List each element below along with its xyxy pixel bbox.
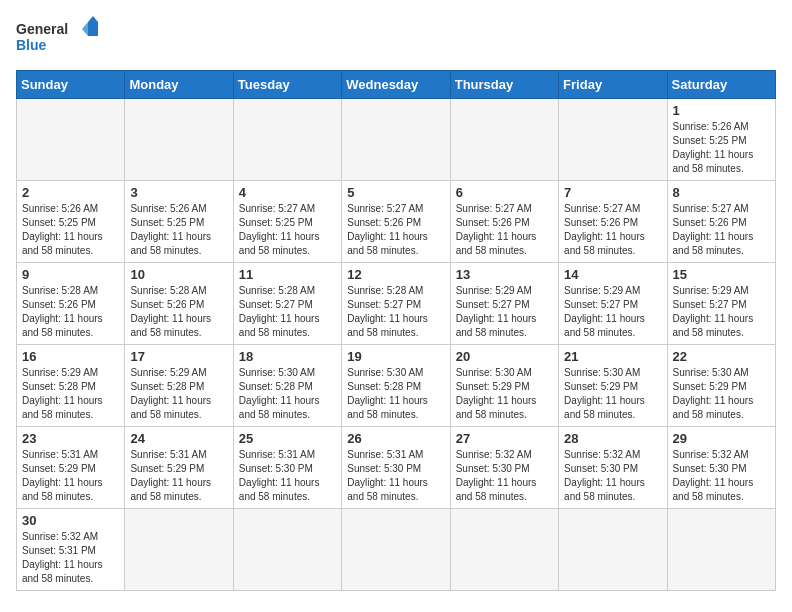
day-cell-2: 2Sunrise: 5:26 AM Sunset: 5:25 PM Daylig… <box>17 181 125 263</box>
day-number: 12 <box>347 267 444 282</box>
day-cell-26: 26Sunrise: 5:31 AM Sunset: 5:30 PM Dayli… <box>342 427 450 509</box>
day-number: 3 <box>130 185 227 200</box>
day-info: Sunrise: 5:30 AM Sunset: 5:29 PM Dayligh… <box>456 366 553 422</box>
svg-marker-4 <box>82 22 88 36</box>
day-cell-23: 23Sunrise: 5:31 AM Sunset: 5:29 PM Dayli… <box>17 427 125 509</box>
empty-cell <box>559 99 667 181</box>
day-number: 18 <box>239 349 336 364</box>
day-cell-1: 1Sunrise: 5:26 AM Sunset: 5:25 PM Daylig… <box>667 99 775 181</box>
day-info: Sunrise: 5:26 AM Sunset: 5:25 PM Dayligh… <box>673 120 770 176</box>
day-cell-29: 29Sunrise: 5:32 AM Sunset: 5:30 PM Dayli… <box>667 427 775 509</box>
empty-cell <box>450 509 558 591</box>
day-info: Sunrise: 5:32 AM Sunset: 5:30 PM Dayligh… <box>673 448 770 504</box>
day-cell-4: 4Sunrise: 5:27 AM Sunset: 5:25 PM Daylig… <box>233 181 341 263</box>
weekday-header-tuesday: Tuesday <box>233 71 341 99</box>
day-info: Sunrise: 5:28 AM Sunset: 5:26 PM Dayligh… <box>22 284 119 340</box>
logo: General Blue <box>16 16 106 60</box>
empty-cell <box>233 99 341 181</box>
day-number: 14 <box>564 267 661 282</box>
calendar-row-4: 23Sunrise: 5:31 AM Sunset: 5:29 PM Dayli… <box>17 427 776 509</box>
empty-cell <box>342 99 450 181</box>
day-number: 21 <box>564 349 661 364</box>
day-number: 29 <box>673 431 770 446</box>
day-number: 11 <box>239 267 336 282</box>
day-number: 8 <box>673 185 770 200</box>
weekday-header-wednesday: Wednesday <box>342 71 450 99</box>
day-info: Sunrise: 5:27 AM Sunset: 5:26 PM Dayligh… <box>456 202 553 258</box>
svg-text:Blue: Blue <box>16 37 47 53</box>
day-info: Sunrise: 5:31 AM Sunset: 5:30 PM Dayligh… <box>347 448 444 504</box>
day-cell-15: 15Sunrise: 5:29 AM Sunset: 5:27 PM Dayli… <box>667 263 775 345</box>
day-info: Sunrise: 5:29 AM Sunset: 5:28 PM Dayligh… <box>130 366 227 422</box>
calendar-row-0: 1Sunrise: 5:26 AM Sunset: 5:25 PM Daylig… <box>17 99 776 181</box>
day-cell-10: 10Sunrise: 5:28 AM Sunset: 5:26 PM Dayli… <box>125 263 233 345</box>
day-number: 5 <box>347 185 444 200</box>
day-number: 7 <box>564 185 661 200</box>
day-cell-18: 18Sunrise: 5:30 AM Sunset: 5:28 PM Dayli… <box>233 345 341 427</box>
day-number: 13 <box>456 267 553 282</box>
day-info: Sunrise: 5:29 AM Sunset: 5:27 PM Dayligh… <box>673 284 770 340</box>
day-info: Sunrise: 5:29 AM Sunset: 5:28 PM Dayligh… <box>22 366 119 422</box>
day-info: Sunrise: 5:27 AM Sunset: 5:26 PM Dayligh… <box>673 202 770 258</box>
day-cell-17: 17Sunrise: 5:29 AM Sunset: 5:28 PM Dayli… <box>125 345 233 427</box>
weekday-header-sunday: Sunday <box>17 71 125 99</box>
day-cell-24: 24Sunrise: 5:31 AM Sunset: 5:29 PM Dayli… <box>125 427 233 509</box>
day-info: Sunrise: 5:30 AM Sunset: 5:29 PM Dayligh… <box>673 366 770 422</box>
day-info: Sunrise: 5:28 AM Sunset: 5:27 PM Dayligh… <box>347 284 444 340</box>
day-info: Sunrise: 5:31 AM Sunset: 5:30 PM Dayligh… <box>239 448 336 504</box>
day-cell-11: 11Sunrise: 5:28 AM Sunset: 5:27 PM Dayli… <box>233 263 341 345</box>
calendar-row-3: 16Sunrise: 5:29 AM Sunset: 5:28 PM Dayli… <box>17 345 776 427</box>
weekday-header-row: SundayMondayTuesdayWednesdayThursdayFrid… <box>17 71 776 99</box>
day-info: Sunrise: 5:27 AM Sunset: 5:25 PM Dayligh… <box>239 202 336 258</box>
calendar-table: SundayMondayTuesdayWednesdayThursdayFrid… <box>16 70 776 591</box>
day-number: 2 <box>22 185 119 200</box>
day-number: 23 <box>22 431 119 446</box>
calendar-row-2: 9Sunrise: 5:28 AM Sunset: 5:26 PM Daylig… <box>17 263 776 345</box>
weekday-header-monday: Monday <box>125 71 233 99</box>
day-cell-21: 21Sunrise: 5:30 AM Sunset: 5:29 PM Dayli… <box>559 345 667 427</box>
day-cell-14: 14Sunrise: 5:29 AM Sunset: 5:27 PM Dayli… <box>559 263 667 345</box>
empty-cell <box>342 509 450 591</box>
day-number: 15 <box>673 267 770 282</box>
weekday-header-friday: Friday <box>559 71 667 99</box>
day-info: Sunrise: 5:29 AM Sunset: 5:27 PM Dayligh… <box>456 284 553 340</box>
day-number: 6 <box>456 185 553 200</box>
day-cell-27: 27Sunrise: 5:32 AM Sunset: 5:30 PM Dayli… <box>450 427 558 509</box>
empty-cell <box>667 509 775 591</box>
day-cell-7: 7Sunrise: 5:27 AM Sunset: 5:26 PM Daylig… <box>559 181 667 263</box>
day-cell-16: 16Sunrise: 5:29 AM Sunset: 5:28 PM Dayli… <box>17 345 125 427</box>
day-cell-9: 9Sunrise: 5:28 AM Sunset: 5:26 PM Daylig… <box>17 263 125 345</box>
day-info: Sunrise: 5:31 AM Sunset: 5:29 PM Dayligh… <box>22 448 119 504</box>
day-info: Sunrise: 5:29 AM Sunset: 5:27 PM Dayligh… <box>564 284 661 340</box>
day-info: Sunrise: 5:28 AM Sunset: 5:27 PM Dayligh… <box>239 284 336 340</box>
empty-cell <box>17 99 125 181</box>
day-number: 24 <box>130 431 227 446</box>
day-info: Sunrise: 5:30 AM Sunset: 5:28 PM Dayligh… <box>347 366 444 422</box>
general-blue-logo: General Blue <box>16 16 106 60</box>
day-cell-5: 5Sunrise: 5:27 AM Sunset: 5:26 PM Daylig… <box>342 181 450 263</box>
day-cell-30: 30Sunrise: 5:32 AM Sunset: 5:31 PM Dayli… <box>17 509 125 591</box>
empty-cell <box>559 509 667 591</box>
calendar-row-1: 2Sunrise: 5:26 AM Sunset: 5:25 PM Daylig… <box>17 181 776 263</box>
day-cell-20: 20Sunrise: 5:30 AM Sunset: 5:29 PM Dayli… <box>450 345 558 427</box>
day-info: Sunrise: 5:27 AM Sunset: 5:26 PM Dayligh… <box>564 202 661 258</box>
day-number: 17 <box>130 349 227 364</box>
empty-cell <box>450 99 558 181</box>
day-number: 4 <box>239 185 336 200</box>
page-header: General Blue <box>16 16 776 60</box>
weekday-header-thursday: Thursday <box>450 71 558 99</box>
empty-cell <box>125 99 233 181</box>
day-info: Sunrise: 5:26 AM Sunset: 5:25 PM Dayligh… <box>130 202 227 258</box>
day-info: Sunrise: 5:32 AM Sunset: 5:30 PM Dayligh… <box>456 448 553 504</box>
day-cell-22: 22Sunrise: 5:30 AM Sunset: 5:29 PM Dayli… <box>667 345 775 427</box>
day-cell-19: 19Sunrise: 5:30 AM Sunset: 5:28 PM Dayli… <box>342 345 450 427</box>
day-cell-28: 28Sunrise: 5:32 AM Sunset: 5:30 PM Dayli… <box>559 427 667 509</box>
svg-text:General: General <box>16 21 68 37</box>
day-cell-13: 13Sunrise: 5:29 AM Sunset: 5:27 PM Dayli… <box>450 263 558 345</box>
calendar-row-5: 30Sunrise: 5:32 AM Sunset: 5:31 PM Dayli… <box>17 509 776 591</box>
svg-marker-3 <box>88 16 98 22</box>
day-info: Sunrise: 5:28 AM Sunset: 5:26 PM Dayligh… <box>130 284 227 340</box>
empty-cell <box>233 509 341 591</box>
day-cell-8: 8Sunrise: 5:27 AM Sunset: 5:26 PM Daylig… <box>667 181 775 263</box>
day-number: 27 <box>456 431 553 446</box>
